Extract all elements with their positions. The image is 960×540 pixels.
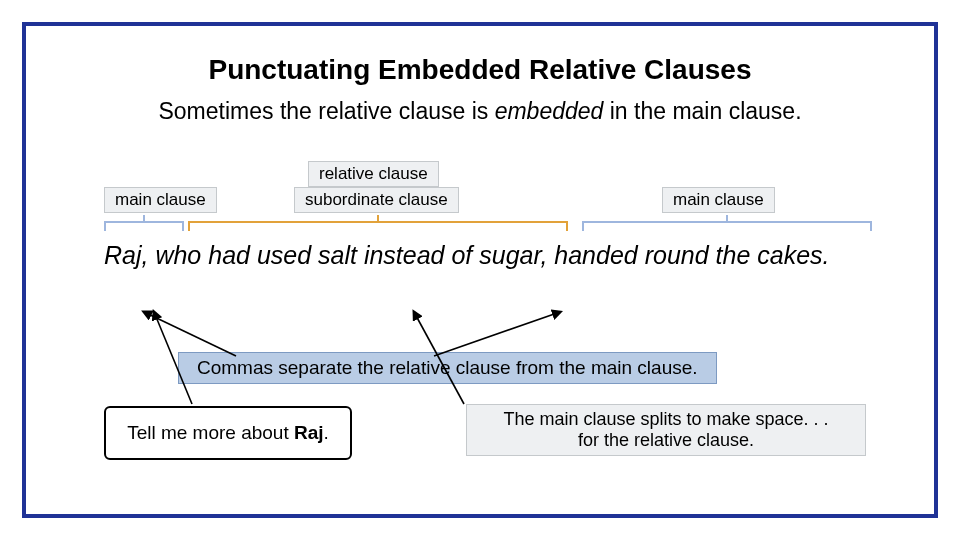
bracket-main-right	[582, 221, 872, 231]
split-note: The main clause splits to make space. . …	[466, 404, 866, 456]
slide-title: Punctuating Embedded Relative Clauses	[26, 54, 934, 86]
sentence-part3: handed round the cakes.	[547, 241, 829, 269]
bracket-main-left	[104, 221, 184, 231]
speech-pre: Tell me more about	[127, 422, 294, 443]
label-relative: relative clause	[308, 161, 439, 187]
intro-post: in the main clause.	[603, 98, 801, 124]
label-main-left: main clause	[104, 187, 217, 213]
sentence-part1: Raj,	[104, 241, 148, 269]
label-subordinate: subordinate clause	[294, 187, 459, 213]
bracket-subordinate	[188, 221, 568, 231]
intro-text: Sometimes the relative clause is embedde…	[26, 98, 934, 125]
speech-post: .	[324, 422, 329, 443]
arrow-speech-to-raj	[152, 306, 232, 406]
brackets-row	[26, 221, 934, 239]
speech-bold: Raj	[294, 422, 324, 443]
label-main-right: main clause	[662, 187, 775, 213]
split-line1: The main clause splits to make space. . …	[477, 409, 855, 430]
svg-line-7	[154, 312, 192, 404]
example-sentence: Raj, who had used salt instead of sugar,…	[104, 241, 934, 270]
intro-pre: Sometimes the relative clause is	[158, 98, 494, 124]
split-line2: for the relative clause.	[477, 430, 855, 451]
labels-row: main clause relative clause subordinate …	[26, 165, 934, 221]
svg-line-9	[414, 312, 464, 404]
arrow-split-to-sentence	[386, 308, 466, 408]
sentence-part2: who had used salt instead of sugar,	[148, 241, 547, 269]
speech-bubble: Tell me more about Raj.	[104, 406, 352, 460]
intro-em: embedded	[495, 98, 604, 124]
